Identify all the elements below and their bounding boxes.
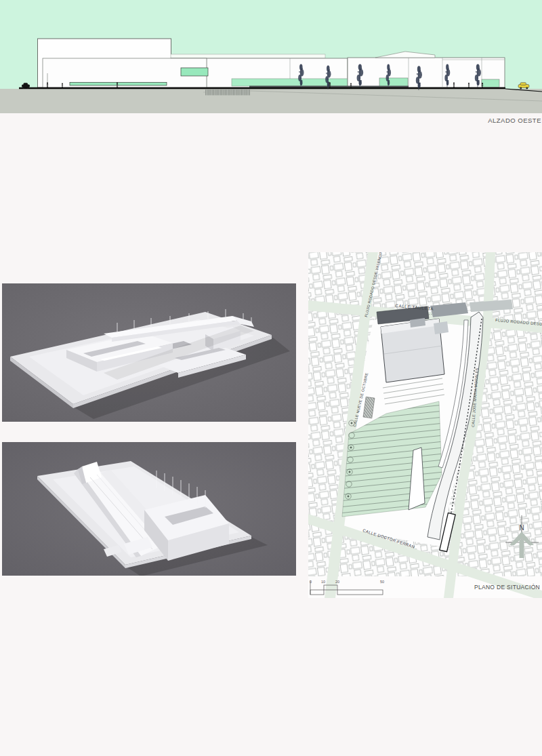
- elevation-svg: ALZADO OESTE: [0, 0, 542, 129]
- elevation-ground: [0, 89, 542, 113]
- elevation-title: ALZADO OESTE: [488, 117, 541, 124]
- glass-window: [181, 68, 208, 76]
- north-label: N: [519, 524, 524, 532]
- model-photo-1: [2, 283, 296, 422]
- scale-tick-20: 20: [335, 580, 339, 584]
- scale-tick-0: 0: [310, 580, 312, 584]
- scale-tick-10: 10: [321, 580, 325, 584]
- glass-window: [379, 78, 408, 87]
- glass-window: [482, 79, 499, 87]
- scale-tick-50: 50: [380, 580, 384, 584]
- model-photo-2: [2, 442, 296, 576]
- site-plan: CALLE TAULETA FLUJO RODADO DESDE VALENCI…: [308, 252, 542, 598]
- presentation-sheet: ALZADO OESTE: [0, 0, 542, 756]
- elevation-drawing: ALZADO OESTE: [0, 0, 542, 129]
- site-plan-title: PLANO DE SITUACIÓN: [474, 584, 540, 591]
- glass-strip: [70, 83, 167, 86]
- ramp-hatch: [205, 89, 250, 96]
